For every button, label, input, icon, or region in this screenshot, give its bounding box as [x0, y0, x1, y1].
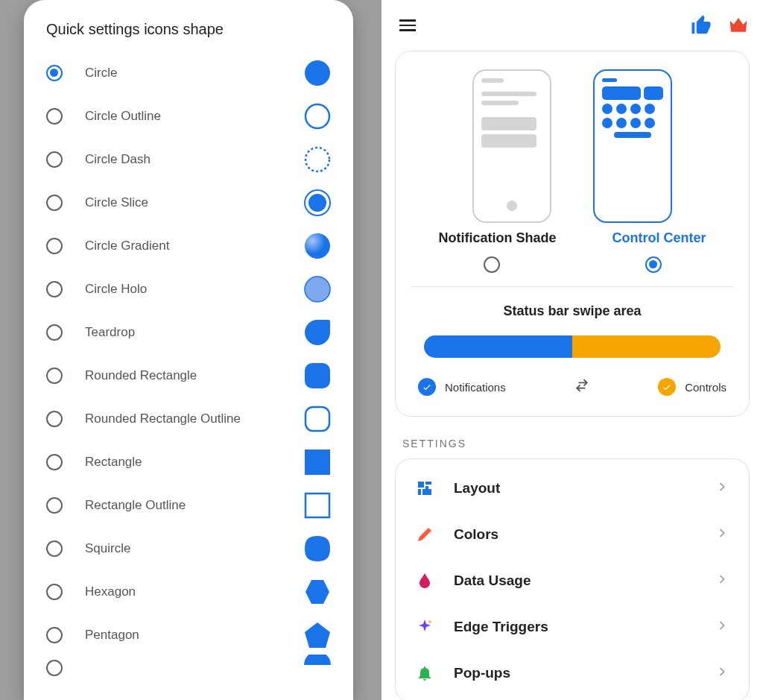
svg-rect-16	[422, 489, 431, 495]
radio-icon	[46, 627, 63, 643]
settings-item-label: Layout	[454, 480, 715, 496]
crown-icon[interactable]	[727, 14, 750, 37]
shape-label: Rounded Rectangle	[85, 368, 304, 383]
svg-rect-14	[425, 486, 428, 489]
settings-item-popups[interactable]: Pop-ups	[402, 650, 743, 696]
shape-option-teardrop[interactable]: Teardrop	[46, 311, 331, 354]
settings-item-label: Data Usage	[454, 573, 715, 589]
check-icon	[418, 378, 436, 396]
radio-icon	[46, 540, 63, 557]
control-center-preview[interactable]	[593, 69, 672, 223]
svg-point-0	[305, 60, 330, 86]
radio-icon	[46, 108, 63, 124]
mode-label-notification-shade: Notification Shade	[438, 230, 556, 246]
thumb-up-icon[interactable]	[690, 14, 712, 37]
shape-label: Circle Dash	[85, 152, 304, 167]
sparkle-icon	[415, 617, 434, 637]
shape-label: Pentagon	[85, 628, 304, 643]
mode-previews	[411, 69, 734, 223]
radio-icon	[46, 238, 63, 254]
shape-option-pentagon[interactable]: Pentagon	[46, 614, 331, 657]
divider	[411, 286, 734, 287]
chevron-right-icon	[715, 572, 729, 590]
bell-icon	[415, 663, 434, 683]
svg-point-5	[305, 233, 330, 259]
shape-option-rounded-rectangle-outline[interactable]: Rounded Rectangle Outline	[46, 397, 331, 441]
legend-notifications[interactable]: Notifications	[418, 378, 506, 396]
check-icon	[658, 378, 676, 396]
layout-icon	[415, 479, 434, 498]
shape-option-hexagon[interactable]: Hexagon	[46, 570, 331, 614]
svg-point-2	[305, 148, 329, 171]
shape-option-rectangle-outline[interactable]: Rectangle Outline	[46, 484, 331, 527]
radio-icon	[46, 281, 63, 297]
mode-label-control-center: Control Center	[612, 230, 706, 246]
radio-notification-shade[interactable]	[484, 256, 500, 273]
chevron-right-icon	[715, 664, 729, 682]
colors-icon	[415, 525, 434, 544]
radio-icon	[46, 660, 63, 676]
swipe-segment-controls	[572, 335, 721, 358]
radio-control-center[interactable]	[645, 256, 662, 273]
swipe-segment-notifications	[424, 335, 572, 358]
notification-shade-preview[interactable]	[472, 69, 551, 223]
shape-label: Hexagon	[85, 584, 304, 599]
left-panel: Quick settings icons shape Circle Circle…	[0, 0, 382, 700]
swipe-legend: Notifications Controls	[411, 377, 734, 397]
radio-icon	[46, 411, 63, 427]
shape-option-next[interactable]	[46, 657, 331, 679]
shape-option-rounded-rectangle[interactable]: Rounded Rectangle	[46, 354, 331, 397]
legend-controls[interactable]: Controls	[658, 378, 726, 396]
shape-option-squircle[interactable]: Squircle	[46, 527, 331, 570]
right-panel: Notification Shade Control Center Status…	[382, 0, 763, 700]
chevron-right-icon	[715, 526, 729, 543]
shape-option-circle-outline[interactable]: Circle Outline	[46, 95, 331, 138]
hexagon-icon	[304, 578, 331, 605]
svg-rect-10	[305, 450, 330, 475]
circle-slice-icon	[304, 189, 331, 216]
squircle-icon	[304, 535, 331, 562]
settings-item-layout[interactable]: Layout	[402, 465, 743, 511]
shape-label: Circle Slice	[85, 195, 304, 210]
circle-gradient-icon	[304, 233, 331, 259]
pentagon-icon	[304, 622, 331, 649]
rounded-rectangle-icon	[304, 362, 331, 389]
mode-card: Notification Shade Control Center Status…	[395, 51, 750, 417]
settings-section-header: SETTINGS	[402, 438, 750, 450]
shape-next-icon	[304, 655, 331, 681]
shape-option-circle-gradient[interactable]: Circle Gradient	[46, 224, 331, 268]
shape-label: Circle Holo	[85, 282, 304, 297]
circle-icon	[304, 60, 331, 86]
chevron-right-icon	[715, 618, 729, 636]
shape-label: Squircle	[85, 541, 304, 556]
shape-label: Circle	[85, 66, 304, 81]
shape-option-circle[interactable]: Circle	[46, 51, 331, 95]
svg-rect-9	[305, 407, 329, 431]
swap-icon[interactable]	[574, 377, 590, 397]
legend-label: Controls	[685, 381, 726, 394]
radio-icon	[46, 195, 63, 211]
svg-rect-12	[418, 482, 424, 488]
drop-icon	[415, 571, 434, 590]
swipe-bar[interactable]	[424, 335, 721, 358]
settings-item-data-usage[interactable]: Data Usage	[402, 558, 743, 604]
radio-icon	[46, 497, 63, 514]
rounded-rectangle-outline-icon	[304, 406, 331, 432]
circle-holo-icon	[304, 276, 331, 303]
settings-item-colors[interactable]: Colors	[402, 511, 743, 558]
svg-rect-8	[305, 363, 330, 388]
shape-option-circle-holo[interactable]: Circle Holo	[46, 268, 331, 311]
topbar	[395, 9, 750, 42]
svg-rect-13	[425, 482, 431, 485]
teardrop-icon	[304, 319, 331, 346]
radio-icon	[46, 584, 63, 600]
svg-point-1	[305, 104, 329, 128]
shape-option-circle-slice[interactable]: Circle Slice	[46, 181, 331, 224]
shape-option-rectangle[interactable]: Rectangle	[46, 441, 331, 484]
menu-icon[interactable]	[395, 12, 420, 39]
svg-rect-15	[418, 489, 421, 495]
shape-option-circle-dash[interactable]: Circle Dash	[46, 138, 331, 181]
settings-item-edge-triggers[interactable]: Edge Triggers	[402, 604, 743, 650]
shape-label: Circle Gradient	[85, 239, 304, 253]
shape-label: Teardrop	[85, 325, 304, 340]
